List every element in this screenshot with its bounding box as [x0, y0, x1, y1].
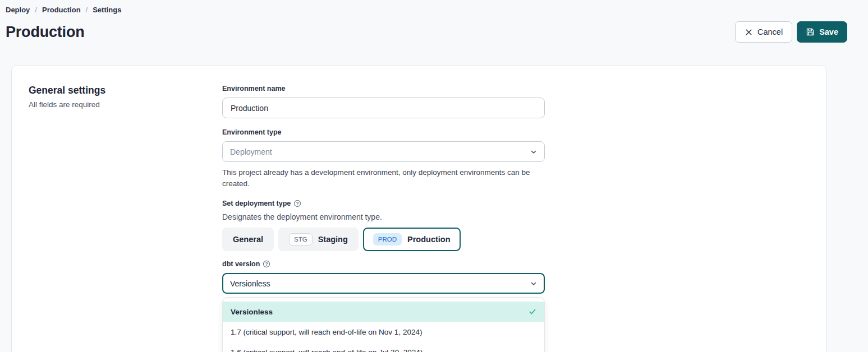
environment-name-label-text: Environment name	[222, 85, 286, 92]
chevron-down-icon	[530, 280, 537, 287]
help-circle-icon[interactable]: ?	[263, 260, 270, 268]
close-icon	[745, 28, 753, 36]
environment-type-label-text: Environment type	[222, 128, 282, 136]
breadcrumb-separator: /	[86, 6, 88, 14]
deployment-type-staging-label: Staging	[318, 235, 348, 244]
breadcrumb-item-deploy[interactable]: Deploy	[6, 6, 30, 14]
general-settings-card: General settings All fields are required…	[11, 65, 826, 352]
deployment-type-label: Set deployment type ?	[222, 200, 545, 207]
dropdown-option-1-7[interactable]: 1.7 (critical support, will reach end-of…	[223, 322, 544, 342]
deployment-type-general-button[interactable]: General	[222, 228, 274, 251]
dropdown-option-label: 1.7 (critical support, will reach end-of…	[231, 328, 422, 336]
save-floppy-icon	[806, 27, 815, 36]
breadcrumb-separator: /	[35, 6, 37, 14]
deployment-type-description: Designates the deployment environment ty…	[222, 212, 545, 221]
help-circle-icon[interactable]: ?	[293, 200, 301, 207]
environment-name-input[interactable]	[222, 98, 545, 118]
section-heading: General settings All fields are required	[29, 85, 222, 352]
deployment-type-general-label: General	[233, 235, 263, 244]
save-button-label: Save	[819, 27, 838, 36]
settings-form: Environment name Environment type Deploy…	[222, 85, 545, 352]
section-title: General settings	[29, 85, 222, 96]
dropdown-option-1-6[interactable]: 1.6 (critical support, will reach end-of…	[223, 342, 544, 352]
environment-type-help-text: This project already has a development e…	[222, 167, 534, 189]
environment-name-label: Environment name	[222, 85, 545, 92]
dropdown-option-label: Versionless	[231, 308, 273, 316]
dropdown-option-versionless[interactable]: Versionless	[223, 302, 544, 322]
page: Deploy / Production / Settings Productio…	[0, 0, 868, 352]
cancel-button-label: Cancel	[757, 27, 783, 36]
dbt-version-select[interactable]: Versionless	[222, 273, 545, 294]
environment-type-select[interactable]: Deployment	[222, 141, 545, 162]
deployment-type-staging-button[interactable]: STG Staging	[278, 228, 359, 251]
dbt-version-dropdown: Versionless 1.7 (critical support, will …	[222, 297, 545, 352]
section-subtitle: All fields are required	[29, 100, 222, 109]
staging-badge: STG	[289, 233, 313, 246]
breadcrumb-item-production[interactable]: Production	[42, 6, 81, 14]
page-header: Production Cancel Save	[6, 21, 847, 43]
save-button[interactable]: Save	[797, 21, 847, 43]
svg-text:?: ?	[296, 201, 299, 206]
breadcrumb: Deploy / Production / Settings	[6, 6, 847, 14]
header-actions: Cancel Save	[735, 21, 847, 43]
breadcrumb-item-settings: Settings	[93, 6, 121, 14]
dbt-version-label-text: dbt version	[222, 260, 260, 268]
check-icon	[529, 308, 536, 316]
svg-text:?: ?	[265, 261, 268, 267]
page-title: Production	[6, 24, 85, 41]
deployment-type-label-text: Set deployment type	[222, 200, 291, 207]
environment-type-label: Environment type	[222, 128, 545, 136]
deployment-type-production-label: Production	[407, 235, 451, 244]
deployment-type-production-button[interactable]: PROD Production	[363, 228, 461, 251]
environment-type-value: Deployment	[230, 147, 272, 156]
dropdown-option-label: 1.6 (critical support, will reach end-of…	[231, 348, 422, 352]
cancel-button[interactable]: Cancel	[735, 21, 792, 43]
dbt-version-label: dbt version ?	[222, 260, 545, 268]
dbt-version-value: Versionless	[230, 279, 270, 288]
prod-badge: PROD	[373, 233, 402, 246]
deployment-type-options: General STG Staging PROD Production	[222, 228, 545, 251]
chevron-down-icon	[530, 149, 537, 155]
